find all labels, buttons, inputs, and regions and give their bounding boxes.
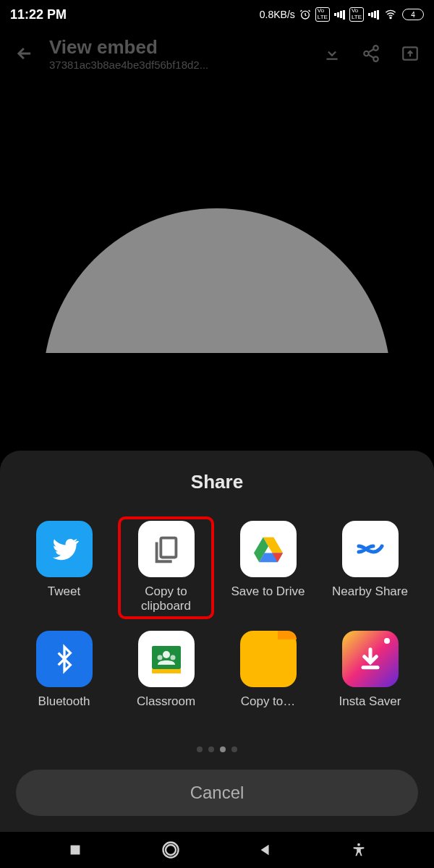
classroom-icon: [138, 631, 195, 687]
status-icons: 0.8KB/s VoLTE VoLTE 4: [260, 7, 424, 22]
share-item-classroom[interactable]: Classroom: [118, 626, 214, 729]
svg-rect-12: [71, 846, 80, 855]
page-indicator: [16, 746, 418, 752]
share-icon[interactable]: [362, 44, 380, 63]
share-item-nearby[interactable]: Nearby Share: [322, 516, 418, 619]
folder-icon: [240, 631, 297, 687]
svg-point-2: [373, 46, 378, 50]
share-item-insta-saver[interactable]: Insta Saver: [322, 626, 418, 729]
share-item-label: Tweet: [48, 584, 80, 615]
page-subtitle: 37381ac3b8ae4be3df56bf18d2...: [49, 59, 308, 71]
svg-point-15: [357, 843, 360, 846]
svg-point-11: [170, 655, 175, 660]
bluetooth-icon: [36, 631, 93, 687]
svg-rect-8: [152, 669, 181, 673]
twitter-icon: [36, 521, 93, 577]
svg-point-10: [157, 655, 162, 660]
insta-saver-icon: [342, 631, 399, 687]
volte-badge-2: VoLTE: [349, 7, 364, 22]
share-grid: Tweet Copy to clipboard Save to Drive Ne…: [16, 516, 418, 729]
share-item-tweet[interactable]: Tweet: [16, 516, 112, 619]
cancel-button[interactable]: Cancel: [16, 770, 418, 816]
drive-icon: [240, 521, 297, 577]
page-title: View embed: [49, 36, 308, 59]
share-item-label: Insta Saver: [339, 694, 401, 725]
svg-point-4: [373, 56, 378, 61]
nav-back-icon[interactable]: [258, 842, 273, 858]
svg-rect-6: [161, 538, 176, 558]
export-icon[interactable]: [401, 44, 420, 63]
page-dot: [197, 746, 203, 752]
share-sheet: Share Tweet Copy to clipboard Save to Dr…: [0, 451, 434, 832]
alarm-icon: [299, 9, 311, 20]
page-dot: [208, 746, 214, 752]
image-viewer[interactable]: [0, 78, 434, 353]
share-sheet-title: Share: [16, 471, 418, 493]
share-item-bluetooth[interactable]: Bluetooth: [16, 626, 112, 729]
share-item-label: Copy to clipboard: [122, 584, 210, 615]
page-dot: [231, 746, 237, 752]
svg-point-14: [166, 845, 176, 855]
system-nav-bar: [0, 832, 434, 868]
share-item-copy-to[interactable]: Copy to…: [220, 626, 316, 729]
page-dot-active: [220, 746, 226, 752]
svg-point-3: [364, 51, 369, 56]
share-item-label: Classroom: [137, 694, 195, 725]
status-speed: 0.8KB/s: [260, 9, 295, 20]
share-item-label: Bluetooth: [38, 694, 90, 725]
volte-badge-1: VoLTE: [315, 7, 330, 22]
wifi-icon: [383, 9, 398, 20]
signal-icon-2: [368, 9, 379, 20]
share-item-drive[interactable]: Save to Drive: [220, 516, 316, 619]
app-header: View embed 37381ac3b8ae4be3df56bf18d2...: [0, 29, 434, 78]
svg-point-9: [163, 651, 170, 658]
share-item-label: Save to Drive: [231, 584, 305, 615]
nav-recent-icon[interactable]: [67, 842, 83, 858]
svg-point-1: [390, 17, 391, 19]
share-item-label: Nearby Share: [332, 584, 408, 615]
back-icon[interactable]: [14, 43, 35, 64]
status-bar: 11:22 PM 0.8KB/s VoLTE VoLTE 4: [0, 0, 434, 29]
nav-accessibility-icon[interactable]: [351, 842, 367, 858]
share-item-label: Copy to…: [241, 694, 296, 725]
battery-icon: 4: [402, 9, 424, 20]
nearby-share-icon: [342, 521, 399, 577]
status-time: 11:22 PM: [10, 7, 67, 22]
copy-icon: [138, 521, 195, 577]
download-icon[interactable]: [323, 44, 341, 63]
signal-icon-1: [334, 9, 345, 20]
share-item-copy-clipboard[interactable]: Copy to clipboard: [118, 516, 214, 619]
nav-home-icon[interactable]: [161, 840, 181, 860]
